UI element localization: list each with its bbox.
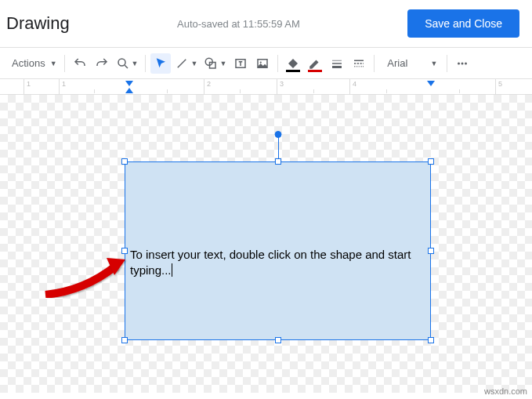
fill-color-swatch bbox=[286, 70, 300, 72]
redo-icon bbox=[95, 56, 109, 71]
pencil-icon bbox=[308, 56, 322, 71]
chevron-down-icon: ▼ bbox=[190, 60, 197, 67]
separator bbox=[447, 55, 447, 72]
svg-marker-17 bbox=[107, 258, 125, 275]
resize-handle-mr[interactable] bbox=[428, 248, 434, 254]
dialog-title: Drawing bbox=[6, 13, 70, 34]
ruler-label: 3 bbox=[277, 79, 284, 94]
border-weight-button[interactable] bbox=[327, 53, 347, 74]
textbox-tool[interactable] bbox=[230, 53, 251, 74]
border-color-swatch bbox=[308, 70, 322, 72]
line-tool[interactable]: ▼ bbox=[172, 53, 200, 74]
rotation-handle[interactable] bbox=[274, 131, 281, 138]
resize-handle-bl[interactable] bbox=[121, 337, 128, 343]
drawing-canvas[interactable]: To insert your text, double click on the… bbox=[0, 95, 532, 393]
svg-point-0 bbox=[118, 59, 125, 66]
more-button[interactable] bbox=[452, 53, 472, 74]
resize-handle-br[interactable] bbox=[428, 337, 434, 343]
image-tool[interactable] bbox=[252, 53, 273, 74]
svg-point-14 bbox=[458, 62, 460, 64]
fill-color-button[interactable] bbox=[283, 53, 303, 74]
zoom-icon bbox=[116, 56, 130, 71]
separator bbox=[277, 55, 278, 72]
save-and-close-button[interactable]: Save and Close bbox=[407, 9, 519, 38]
undo-button[interactable] bbox=[70, 53, 90, 74]
resize-handle-tr[interactable] bbox=[428, 158, 434, 165]
horizontal-ruler: 1 1 2 3 4 5 bbox=[0, 79, 532, 95]
ruler-label: 5 bbox=[495, 79, 502, 94]
zoom-button[interactable]: ▼ bbox=[114, 53, 141, 74]
shape-tool[interactable]: ▼ bbox=[201, 53, 229, 74]
chevron-down-icon: ▼ bbox=[430, 60, 437, 67]
chevron-down-icon: ▼ bbox=[50, 60, 57, 67]
svg-point-16 bbox=[465, 62, 467, 64]
svg-point-7 bbox=[260, 61, 262, 63]
resize-handle-tl[interactable] bbox=[121, 158, 128, 165]
text-cursor bbox=[172, 263, 172, 277]
select-tool[interactable] bbox=[150, 53, 171, 74]
resize-handle-bm[interactable] bbox=[275, 337, 281, 343]
separator bbox=[64, 55, 65, 72]
resize-handle-tm[interactable] bbox=[275, 158, 281, 165]
actions-menu[interactable]: Actions▼ bbox=[6, 53, 60, 74]
indent-marker-right[interactable] bbox=[427, 81, 435, 86]
cursor-icon bbox=[154, 56, 168, 71]
rectangle-shape[interactable]: To insert your text, double click on the… bbox=[125, 161, 431, 340]
font-selector[interactable]: Arial▼ bbox=[379, 53, 442, 74]
paint-bucket-icon bbox=[286, 56, 300, 71]
annotation-arrow bbox=[38, 252, 132, 307]
indent-marker-first[interactable] bbox=[125, 88, 133, 93]
shapes-icon bbox=[204, 56, 218, 71]
ruler-label: 4 bbox=[349, 79, 356, 94]
svg-line-2 bbox=[178, 59, 186, 67]
dialog-header: Drawing Auto-saved at 11:55:59 AM Save a… bbox=[0, 0, 532, 48]
border-color-button[interactable] bbox=[305, 53, 325, 74]
redo-button[interactable] bbox=[92, 53, 112, 74]
ruler-label: 1 bbox=[59, 79, 66, 94]
border-dash-button[interactable] bbox=[349, 53, 369, 74]
more-horizontal-icon bbox=[455, 56, 469, 71]
separator bbox=[145, 55, 146, 72]
line-dash-icon bbox=[352, 56, 366, 71]
separator bbox=[374, 55, 375, 72]
autosave-status: Auto-saved at 11:55:59 AM bbox=[177, 18, 300, 30]
toolbar: Actions▼ ▼ ▼ ▼ Arial▼ bbox=[0, 48, 532, 79]
chevron-down-icon: ▼ bbox=[132, 60, 139, 67]
shape-text-content[interactable]: To insert your text, double click on the… bbox=[130, 247, 425, 277]
textbox-icon bbox=[233, 56, 248, 71]
font-name: Arial bbox=[384, 57, 411, 69]
undo-icon bbox=[73, 56, 87, 71]
line-icon bbox=[175, 56, 189, 71]
watermark: wsxdn.com bbox=[484, 386, 527, 396]
chevron-down-icon: ▼ bbox=[219, 60, 226, 67]
resize-handle-ml[interactable] bbox=[121, 248, 128, 254]
line-weight-icon bbox=[330, 56, 344, 71]
svg-line-1 bbox=[125, 65, 128, 68]
image-icon bbox=[255, 56, 270, 71]
svg-point-15 bbox=[461, 62, 464, 64]
indent-marker-left[interactable] bbox=[125, 81, 133, 86]
ruler-label: 2 bbox=[204, 79, 211, 94]
ruler-label: 1 bbox=[24, 79, 31, 94]
